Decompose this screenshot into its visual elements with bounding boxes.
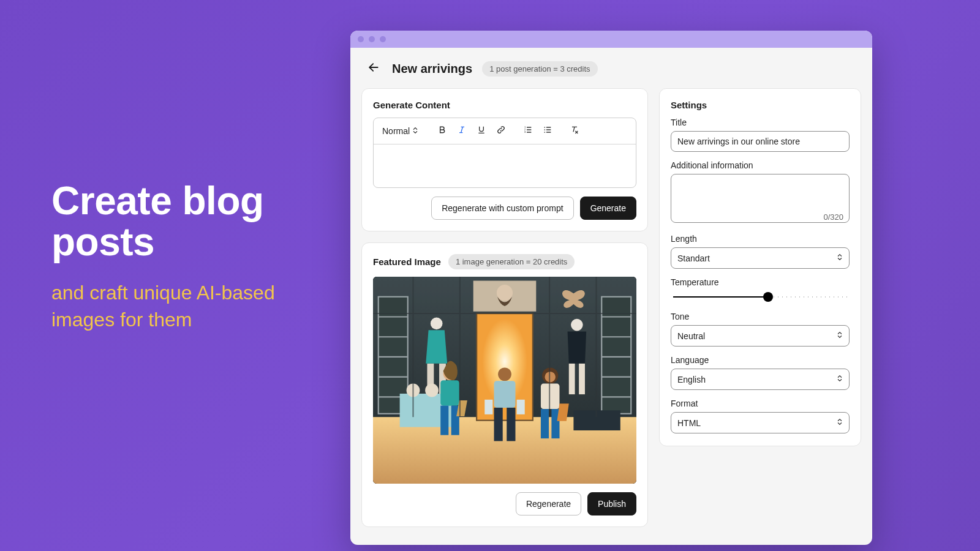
italic-button[interactable]: [454, 123, 470, 139]
card-heading: Settings: [671, 100, 850, 110]
format-select-label: Normal: [382, 126, 410, 136]
svg-rect-54: [494, 408, 503, 441]
svg-rect-42: [569, 364, 575, 394]
generate-content-card: Generate Content Normal: [361, 88, 648, 231]
traffic-light-close-icon[interactable]: [358, 36, 364, 42]
slider-thumb[interactable]: [763, 292, 773, 302]
link-button[interactable]: [493, 123, 509, 139]
card-heading: Featured Image: [373, 257, 441, 267]
svg-point-14: [545, 127, 546, 128]
regenerate-button[interactable]: Regenerate: [516, 492, 581, 515]
featured-image[interactable]: [373, 277, 636, 484]
italic-icon: [457, 125, 467, 137]
title-label: Title: [671, 118, 850, 127]
publish-button[interactable]: Publish: [587, 492, 636, 515]
format-value: HTML: [677, 418, 701, 428]
temperature-label: Temperature: [671, 277, 850, 287]
featured-image-card: Featured Image 1 image generation = 20 c…: [361, 242, 648, 527]
language-label: Language: [671, 355, 850, 365]
svg-rect-30: [601, 297, 631, 414]
language-value: English: [677, 375, 706, 384]
link-icon: [496, 125, 506, 137]
svg-rect-56: [484, 400, 492, 414]
editor-toolbar: Normal 123: [374, 118, 636, 144]
ordered-list-button[interactable]: 123: [520, 123, 536, 139]
svg-rect-57: [517, 400, 525, 414]
slider-fill: [673, 296, 768, 298]
svg-point-16: [545, 132, 546, 133]
unordered-list-icon: [543, 125, 552, 137]
char-counter: 0/320: [823, 212, 843, 222]
language-select[interactable]: English: [671, 369, 850, 390]
credits-pill: 1 post generation = 3 credits: [482, 61, 597, 77]
title-input[interactable]: [671, 131, 850, 152]
settings-card: Settings Title Additional information 0/…: [659, 88, 861, 446]
page-title: New arrivings: [392, 62, 472, 76]
svg-point-41: [571, 319, 583, 331]
underline-icon: [477, 125, 486, 137]
format-select[interactable]: HTML: [671, 412, 850, 433]
additional-info-textarea[interactable]: [671, 174, 850, 223]
svg-point-46: [425, 384, 439, 397]
marketing-subline: and craft unique AI-based images for the…: [51, 280, 321, 332]
tone-select[interactable]: Neutral: [671, 325, 850, 347]
chevron-updown-icon: [837, 374, 843, 384]
generate-button[interactable]: Generate: [580, 197, 636, 220]
length-select[interactable]: Standart: [671, 247, 850, 269]
traffic-light-zoom-icon[interactable]: [380, 36, 386, 42]
chevron-updown-icon: [837, 331, 843, 341]
length-value: Standart: [677, 253, 710, 263]
editor-body[interactable]: [374, 144, 636, 187]
svg-rect-55: [507, 408, 515, 441]
chevron-updown-icon: [837, 253, 843, 263]
format-label: Format: [671, 399, 850, 408]
ordered-list-icon: 123: [523, 125, 533, 137]
svg-point-52: [498, 367, 511, 381]
svg-rect-43: [579, 364, 585, 394]
bold-icon: [437, 125, 447, 137]
svg-text:3: 3: [524, 130, 526, 133]
svg-rect-49: [440, 406, 448, 435]
svg-point-38: [431, 318, 443, 330]
temperature-slider[interactable]: [671, 291, 850, 303]
svg-point-37: [497, 285, 513, 301]
marketing-headline: Create blog posts: [51, 181, 321, 263]
chevron-updown-icon: [412, 126, 418, 137]
length-label: Length: [671, 234, 850, 244]
format-select[interactable]: Normal: [380, 125, 421, 138]
rich-text-editor: Normal 123: [373, 118, 636, 188]
tone-label: Tone: [671, 312, 850, 321]
svg-point-15: [545, 129, 546, 130]
svg-rect-48: [440, 380, 459, 405]
window-titlebar: [350, 31, 872, 48]
card-heading: Generate Content: [373, 100, 636, 110]
clear-format-button[interactable]: [567, 123, 582, 139]
additional-info-label: Additional information: [671, 160, 850, 170]
tone-value: Neutral: [677, 331, 705, 341]
clear-format-icon: [570, 125, 579, 137]
back-button[interactable]: [365, 60, 382, 77]
credits-pill: 1 image generation = 20 credits: [448, 254, 575, 269]
underline-button[interactable]: [473, 123, 489, 139]
chevron-updown-icon: [837, 418, 843, 428]
regenerate-custom-button[interactable]: Regenerate with custom prompt: [431, 197, 573, 220]
arrow-left-icon: [368, 61, 380, 76]
svg-line-3: [461, 127, 463, 132]
bold-button[interactable]: [434, 123, 450, 139]
svg-rect-53: [494, 381, 516, 408]
unordered-list-button[interactable]: [540, 123, 556, 139]
app-window: New arrivings 1 post generation = 3 cred…: [350, 31, 872, 545]
marketing-copy: Create blog posts and craft unique AI-ba…: [51, 181, 321, 333]
traffic-light-minimize-icon[interactable]: [369, 36, 375, 42]
svg-rect-61: [541, 409, 549, 438]
